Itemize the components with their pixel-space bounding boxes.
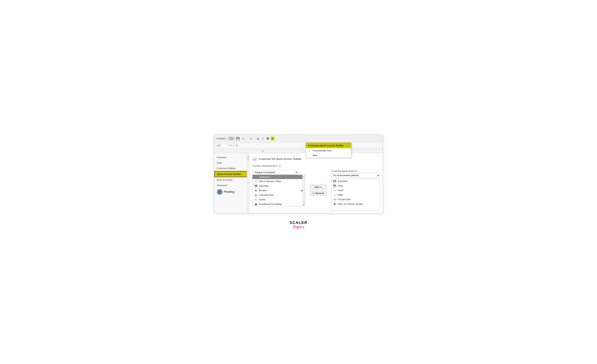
topics-logo-text: Topics [293,224,305,229]
commands-dropdown[interactable]: Popular Commands [252,170,298,175]
share2-icon[interactable]: ⚈ [266,137,269,141]
right-item-redo[interactable]: ↪ Redo [331,193,380,197]
cmd-item-conditional-formatting[interactable]: ▦ Conditional Formatting [252,202,305,206]
cmd-item-add-remove-filters[interactable]: ▽ Add or Remove Filters [252,179,305,184]
grid-icon[interactable]: ⊞ [256,137,260,141]
customize-label: Customize Quick Access To [331,170,380,173]
choose-commands-row: Choose commands from: ⓘ [252,164,380,168]
formula-bar-separator: | [228,144,228,147]
toggle-circle [228,138,230,139]
scroll-down-arrow[interactable]: ▼ [247,158,250,161]
checkmark-icon: ✓ [309,149,311,152]
conditional-format-icon: ▦ [254,203,257,206]
sidebar-item-customize-ribbon[interactable]: Customize Ribbon [214,166,249,171]
logo-area: SCALER Topics [290,220,307,229]
right-undo-icon: ↩ [333,189,336,192]
right-autosave-icon: 💾 [333,180,336,183]
customize-toolbar-dropdown: Customize Quick Access Toolbar ✓ Automat… [306,142,351,158]
sidebar-item-quick-access-toolbar[interactable]: Quick Access Toolbar [214,171,249,177]
choose-commands-label: Choose commands from: ⓘ [252,164,281,167]
commands-list-container: Popular Commands <Separator> ▽ Add or Re… [252,170,305,210]
right-redo-icon: ↪ [333,193,336,196]
dropdown-item-new-label: New [313,154,317,157]
right-format-icon: ⊞ [333,198,336,201]
tb-separator-2 [254,137,254,140]
share-icon[interactable]: ⚇ [261,137,265,141]
cmd-item-calculate-now[interactable]: ⊟ Calculate Now [252,193,305,197]
center-icon: ≡ [254,198,257,201]
cmd-item-separator[interactable]: <Separator> [252,175,305,179]
autosave-cmd-icon: 💾 [254,185,257,187]
customize-toolbar-dropdown-btn[interactable]: ▾ [271,137,275,140]
autosave-label: AutoSave [217,137,226,140]
right-item-save[interactable]: 💾 Save [331,183,380,188]
undo-icon[interactable]: ↩ [242,137,245,141]
corner-cell[interactable] [214,149,223,153]
right-commands-list: 💾 AutoSave 💾 Save ↩ Undo ↪ [331,179,380,210]
right-item-format-cells[interactable]: ⊞ Format Cells [331,197,380,202]
dropdown-arrow-icon: ▾ [272,137,273,140]
content-area: ▲ ▼ Formulas Data Customize Ribbon Quick… [214,153,383,213]
right-item-undo[interactable]: ↩ Undo [331,188,380,193]
sidebar-item-proofing[interactable]: 👤 Proofing [214,188,247,196]
tb-separator-1 [247,137,247,140]
remove-button[interactable]: << Remove [310,191,327,196]
cmd-item-center[interactable]: ≡ Center [252,197,305,202]
excel-window: AutoSave Off 💾 ↩ ↪ ⊞ ⚇ ⚈ ▾ Customize Qui… [214,135,383,213]
right-hide-icon: ⚈ [333,203,336,206]
toggle-state: Off [231,138,233,140]
redo-icon[interactable]: ↪ [249,137,252,141]
cancel-icon[interactable]: ✕ [230,144,232,147]
confirm-icon[interactable]: ✓ [233,144,235,147]
filter-icon: ▽ [254,180,257,183]
list-scroll-down-arrow[interactable]: ▼ [302,203,305,206]
two-column-layout: Popular Commands <Separator> ▽ Add or Re… [252,170,380,210]
titlebar: AutoSave Off 💾 ↩ ↪ ⊞ ⚇ ⚈ ▾ [214,135,383,142]
avatar: 👤 [217,189,222,195]
dropdown-header: Customize Quick Access Toolbar [306,143,351,148]
right-item-hide-sheets[interactable]: ⚈ Hide_All_Sheets_Except [331,202,380,206]
autosave-toggle[interactable]: Off [228,137,234,140]
add-button[interactable]: Add >> [310,185,327,190]
dropdown-item-auto-save[interactable]: ✓ Automatically Save [306,148,351,153]
sidebar-item-formulas[interactable]: Formulas [214,155,249,160]
cmd-item-borders[interactable]: ⊞ Borders ▶ [252,188,305,193]
formula-bar: | ✕ ✓ fx [214,142,383,149]
save-icon[interactable]: 💾 [236,137,240,141]
commands-list: <Separator> ▽ Add or Remove Filters 💾 Au… [252,175,305,206]
cell-reference-input[interactable] [216,144,226,147]
fx-icon[interactable]: fx [236,144,238,147]
col-header-a[interactable]: A [223,149,303,153]
list-scroll-up-arrow[interactable]: ▲ [302,175,305,178]
for-all-docs-dropdown[interactable]: For all documents (default) [331,173,380,178]
right-save-icon: 💾 [333,184,336,187]
right-list-container: Customize Quick Access To For all docume… [331,170,380,210]
dropdown-item-auto-save-label: Automatically Save [313,149,332,152]
right-item-autosave[interactable]: 💾 AutoSave [331,179,380,183]
right-panel: 🗂 Customize the Quick Access Toolbar. Ch… [250,153,383,213]
column-headers: A B [214,149,383,153]
sidebar-item-advanced[interactable]: Advanced [214,183,249,188]
panel-title: Customize the Quick Access Toolbar. [259,157,302,160]
left-sidebar: ▲ ▼ Formulas Data Customize Ribbon Quick… [214,153,250,213]
sidebar-item-ease-of-access[interactable]: Ease of Access [214,177,249,183]
commands-list-scrollbar[interactable]: ▲ ▼ [302,175,305,206]
borders-icon: ⊞ [254,189,257,192]
sidebar-item-data[interactable]: Data [214,160,249,166]
sidebar-scrollbar[interactable]: ▲ ▼ [247,155,249,213]
panel-icon: 🗂 [252,156,257,162]
scroll-up-arrow[interactable]: ▲ [247,155,250,158]
cmd-item-autosave[interactable]: 💾 AutoSave [252,184,305,188]
dropdown-item-new[interactable]: New [306,153,351,158]
middle-buttons: Add >> << Remove [308,170,328,210]
no-checkmark [309,154,311,157]
calculate-icon: ⊟ [254,194,257,197]
